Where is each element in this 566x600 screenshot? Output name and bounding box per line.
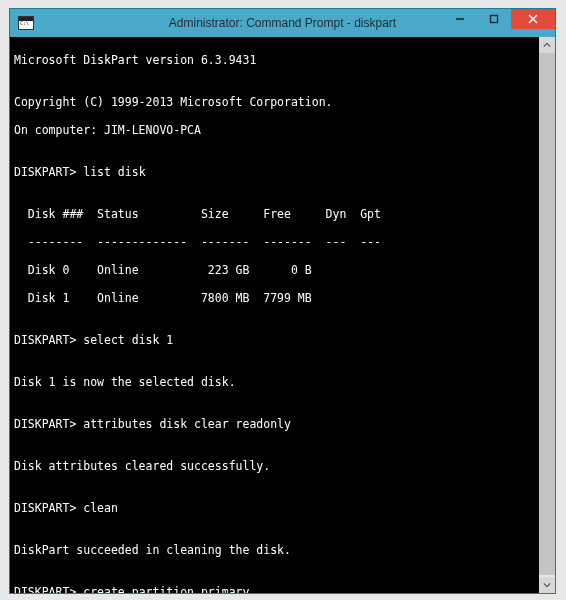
cmd-create-partition: create partition primary	[83, 585, 249, 593]
disk-table-row: Disk 1 Online 7800 MB 7799 MB	[14, 291, 535, 305]
minimize-button[interactable]	[443, 9, 477, 29]
disk-table-divider: -------- ------------- ------- ------- -…	[14, 235, 535, 249]
prompt: DISKPART>	[14, 417, 76, 431]
maximize-icon	[489, 14, 499, 24]
scrollbar-thumb[interactable]	[539, 53, 555, 575]
response-select-disk: Disk 1 is now the selected disk.	[14, 375, 535, 389]
prompt-line: DISKPART> clean	[14, 501, 535, 515]
minimize-icon	[455, 14, 465, 24]
prompt-line: DISKPART> create partition primary	[14, 585, 535, 593]
svg-rect-1	[491, 16, 498, 23]
titlebar[interactable]: Administrator: Command Prompt - diskpart	[10, 9, 555, 37]
prompt-line: DISKPART> list disk	[14, 165, 535, 179]
scrollbar-up-button[interactable]	[539, 37, 555, 53]
chevron-down-icon	[543, 581, 551, 589]
cmd-icon	[18, 16, 34, 30]
window-controls	[443, 9, 555, 29]
chevron-up-icon	[543, 41, 551, 49]
version-line: Microsoft DiskPart version 6.3.9431	[14, 53, 535, 67]
response-attributes: Disk attributes cleared successfully.	[14, 459, 535, 473]
prompt-line: DISKPART> attributes disk clear readonly	[14, 417, 535, 431]
cmd-attributes: attributes disk clear readonly	[83, 417, 291, 431]
response-clean: DiskPart succeeded in cleaning the disk.	[14, 543, 535, 557]
cmd-list-disk: list disk	[83, 165, 145, 179]
computer-line: On computer: JIM-LENOVO-PCA	[14, 123, 535, 137]
disk-table-row: Disk 0 Online 223 GB 0 B	[14, 263, 535, 277]
console-output[interactable]: Microsoft DiskPart version 6.3.9431 Copy…	[10, 37, 539, 593]
prompt: DISKPART>	[14, 585, 76, 593]
cmd-select-disk: select disk 1	[83, 333, 173, 347]
maximize-button[interactable]	[477, 9, 511, 29]
copyright-line: Copyright (C) 1999-2013 Microsoft Corpor…	[14, 95, 535, 109]
client-area: Microsoft DiskPart version 6.3.9431 Copy…	[10, 37, 555, 593]
command-prompt-window: Administrator: Command Prompt - diskpart…	[9, 8, 556, 594]
prompt: DISKPART>	[14, 501, 76, 515]
close-button[interactable]	[511, 9, 555, 29]
close-icon	[528, 14, 538, 24]
scrollbar-down-button[interactable]	[539, 577, 555, 593]
vertical-scrollbar[interactable]	[539, 37, 555, 593]
disk-table-header: Disk ### Status Size Free Dyn Gpt	[14, 207, 535, 221]
prompt: DISKPART>	[14, 333, 76, 347]
cmd-clean: clean	[83, 501, 118, 515]
prompt-line: DISKPART> select disk 1	[14, 333, 535, 347]
prompt: DISKPART>	[14, 165, 76, 179]
